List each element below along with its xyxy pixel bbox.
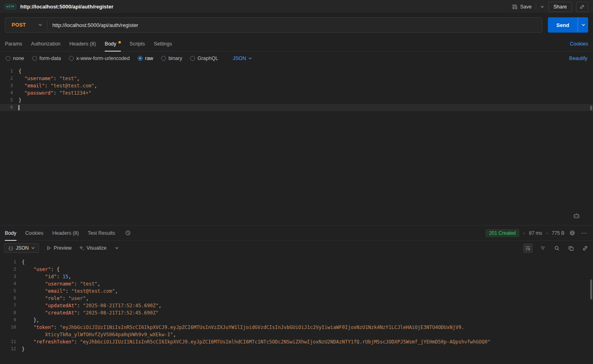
- wrap-text-icon: [525, 245, 531, 251]
- response-tab-headers[interactable]: Headers (8): [52, 225, 79, 240]
- radio-icon: [32, 56, 37, 61]
- save-options-button[interactable]: [540, 5, 544, 9]
- search-icon: [554, 245, 560, 251]
- code-line: 2 "username": "test",: [0, 75, 593, 82]
- request-body-editor[interactable]: 1{2 "username": "test",3 "email": "test@…: [0, 65, 593, 225]
- response-more-actions-button[interactable]: ⋯: [580, 229, 588, 238]
- tab-label: Params: [5, 41, 22, 47]
- save-icon: [512, 4, 518, 10]
- network-info-button[interactable]: [568, 229, 576, 237]
- tab-settings[interactable]: Settings: [154, 36, 172, 51]
- braces-icon: {}: [8, 246, 13, 251]
- filter-button[interactable]: [539, 244, 547, 252]
- send-options-button[interactable]: [578, 17, 588, 33]
- status-badge[interactable]: 201 Created: [485, 229, 519, 237]
- save-button[interactable]: Save: [512, 4, 532, 10]
- send-button-group: Send: [548, 17, 588, 33]
- visualize-button[interactable]: Visualize: [79, 245, 107, 251]
- code-line: 5 "email": "test@test.com",: [0, 287, 593, 295]
- tab-authorization[interactable]: Authorization: [31, 36, 60, 51]
- tab-label: Headers (8): [69, 41, 96, 47]
- separator-dot: •: [523, 231, 525, 236]
- response-editor-scrollbar[interactable]: [590, 279, 592, 300]
- tab-scripts[interactable]: Scripts: [130, 36, 145, 51]
- radio-label: GraphQL: [197, 56, 218, 61]
- copy-button[interactable]: [567, 244, 575, 252]
- code-line: 12}: [0, 345, 593, 353]
- chevron-down-icon: [115, 246, 119, 250]
- request-editor-scrollbar[interactable]: [590, 105, 592, 110]
- chevron-down-icon: [248, 56, 252, 60]
- text-cursor: [19, 105, 19, 110]
- language-label: JSON: [233, 56, 246, 61]
- request-code: 1{2 "username": "test",3 "email": "test@…: [0, 68, 593, 111]
- code-line: 6 "role": "user",: [0, 295, 593, 302]
- body-mode-urlencoded[interactable]: x-www-form-urlencoded: [69, 56, 130, 61]
- url-input[interactable]: [48, 18, 542, 32]
- radio-label: binary: [168, 56, 182, 61]
- body-mode-graphql[interactable]: GraphQL: [190, 56, 218, 61]
- body-mode-form-data[interactable]: form-data: [32, 56, 61, 61]
- preview-label: Preview: [54, 245, 71, 251]
- url-container: POST: [5, 17, 542, 33]
- body-mode-none[interactable]: none: [6, 56, 24, 61]
- request-tabs: Params Authorization Headers (8) Body Sc…: [0, 36, 593, 52]
- chevron-down-icon: [38, 23, 42, 27]
- method-label: POST: [12, 22, 26, 28]
- save-label: Save: [520, 4, 532, 10]
- response-history-button[interactable]: [124, 229, 132, 237]
- radio-label: x-www-form-urlencoded: [76, 56, 130, 61]
- save-response-link-button[interactable]: [581, 244, 589, 252]
- send-button[interactable]: Send: [548, 17, 578, 33]
- radio-icon: [190, 56, 195, 61]
- tab-label: Body: [5, 230, 17, 236]
- cookies-link[interactable]: Cookies: [570, 41, 588, 47]
- response-tab-cookies[interactable]: Cookies: [25, 225, 44, 240]
- play-icon: [46, 246, 51, 250]
- format-label: JSON: [16, 245, 29, 251]
- response-body-editor[interactable]: 1{2 "user": {3 "id": 15,4 "username": "t…: [0, 255, 593, 364]
- wrap-text-button[interactable]: [523, 244, 533, 253]
- tab-headers[interactable]: Headers (8): [69, 36, 96, 51]
- search-button[interactable]: [553, 244, 561, 252]
- response-tab-test-results[interactable]: Test Results: [88, 225, 115, 240]
- share-button[interactable]: Share: [548, 2, 572, 12]
- preview-button[interactable]: Preview: [46, 245, 71, 251]
- beautify-link[interactable]: Beautify: [569, 56, 587, 61]
- code-line: 10 "token": "eyJhbGciOiJIUzI1NiIsInR5cCI…: [0, 324, 593, 331]
- radio-label: none: [13, 56, 24, 61]
- code-line: 1{: [0, 259, 593, 266]
- response-pane: Body Cookies Headers (8) Test Results 20…: [0, 225, 593, 364]
- code-line: 5}: [0, 97, 593, 104]
- code-line: 4 "username": "test",: [0, 280, 593, 287]
- visualize-options-button[interactable]: [114, 245, 120, 251]
- method-dropdown[interactable]: POST: [5, 18, 47, 32]
- postbot-button[interactable]: [570, 211, 583, 221]
- copy-link-button[interactable]: [576, 2, 588, 12]
- response-format-dropdown[interactable]: {} JSON: [4, 243, 39, 253]
- share-label: Share: [554, 4, 567, 10]
- http-request-icon: HTTP: [5, 4, 16, 9]
- request-tab-title: http://localhost:5000/api/auth/register: [20, 4, 113, 10]
- language-dropdown[interactable]: JSON: [233, 56, 252, 61]
- tab-body[interactable]: Body: [105, 36, 121, 51]
- radio-label: raw: [145, 56, 153, 61]
- radio-icon: [69, 56, 74, 61]
- tab-params[interactable]: Params: [5, 36, 22, 51]
- request-url-bar: POST Send: [0, 14, 593, 36]
- response-time[interactable]: 87 ms: [529, 230, 542, 236]
- divider: [536, 4, 536, 10]
- filter-icon: [540, 245, 546, 251]
- body-mode-raw[interactable]: raw: [138, 56, 153, 61]
- tab-label: Cookies: [25, 230, 44, 236]
- code-line: 3 "id": 15,: [0, 273, 593, 280]
- postman-app: HTTP http://localhost:5000/api/auth/regi…: [0, 0, 593, 364]
- response-tab-body[interactable]: Body: [5, 225, 17, 240]
- response-size[interactable]: 775 B: [552, 230, 564, 236]
- body-mode-binary[interactable]: binary: [161, 56, 182, 61]
- link-icon: [582, 245, 588, 251]
- body-mode-row: none form-data x-www-form-urlencoded raw…: [0, 52, 593, 65]
- topbar: HTTP http://localhost:5000/api/auth/regi…: [0, 0, 593, 14]
- tab-label: Headers (8): [52, 230, 79, 236]
- radio-icon: [6, 56, 10, 61]
